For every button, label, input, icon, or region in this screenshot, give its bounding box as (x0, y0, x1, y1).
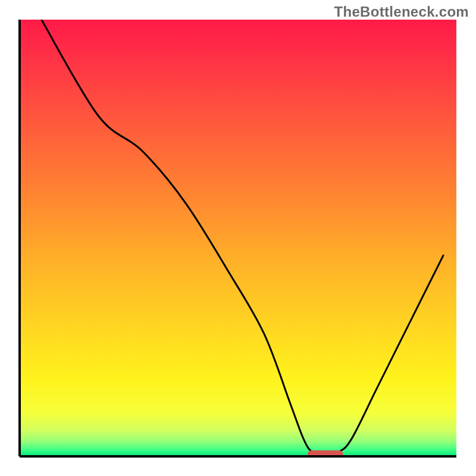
gradient-background (20, 20, 456, 456)
watermark-text: TheBottleneck.com (334, 4, 469, 20)
chart-svg (0, 0, 476, 476)
bottleneck-chart: TheBottleneck.com (0, 0, 476, 476)
